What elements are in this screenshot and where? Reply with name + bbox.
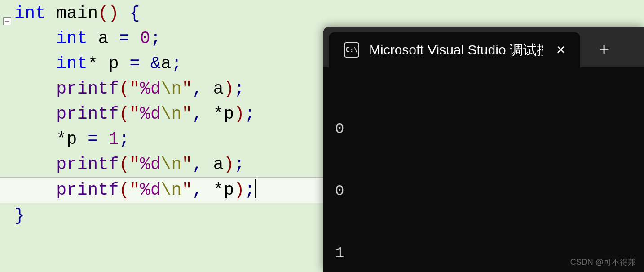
output-line: 0 xyxy=(335,181,632,201)
number: 1 xyxy=(109,129,119,149)
function-call: printf xyxy=(56,180,119,200)
paren: ( xyxy=(98,4,108,23)
function-call: printf xyxy=(56,104,119,124)
fold-gutter[interactable] xyxy=(0,1,14,26)
semicolon: ; xyxy=(150,29,161,48)
escape-seq: \n xyxy=(161,180,182,200)
cmd-icon: C:\ xyxy=(344,42,359,58)
text-cursor xyxy=(255,179,256,198)
function-name: main xyxy=(56,4,98,23)
brace: { xyxy=(129,4,140,23)
function-call: printf xyxy=(56,155,119,174)
operator: = xyxy=(129,54,140,73)
escape-seq: \n xyxy=(161,104,182,124)
identifier: a xyxy=(161,54,171,73)
watermark: CSDN @可不得兼 xyxy=(570,257,636,268)
output-line: 0 xyxy=(335,119,632,139)
terminal-tab[interactable]: C:\ Microsoft Visual Studio 调试控 ✕ xyxy=(329,32,580,67)
close-icon[interactable]: ✕ xyxy=(552,43,569,57)
brace: } xyxy=(14,206,25,225)
identifier: p xyxy=(109,54,119,73)
escape-seq: \n xyxy=(161,155,182,174)
terminal-output[interactable]: 0 0 1 1 D:\新建文件夹\VS\VS\猴子选大王\ 要在调试停止时自动关… xyxy=(323,67,644,272)
escape-seq: \n xyxy=(161,79,182,98)
titlebar[interactable]: C:\ Microsoft Visual Studio 调试控 ✕ + xyxy=(323,27,644,67)
debug-console-window[interactable]: C:\ Microsoft Visual Studio 调试控 ✕ + 0 0 … xyxy=(323,27,644,272)
keyword: int xyxy=(14,4,46,23)
paren: ) xyxy=(109,4,119,23)
format-spec: %d xyxy=(140,79,161,98)
format-spec: %d xyxy=(140,180,161,200)
format-spec: %d xyxy=(140,104,161,124)
keyword: int xyxy=(56,54,88,73)
code-content: int main() { xyxy=(14,1,644,26)
semicolon: ; xyxy=(172,54,182,73)
code-line[interactable]: int main() { xyxy=(0,1,644,26)
operator: & xyxy=(150,54,161,73)
operator: = xyxy=(119,29,129,48)
star: * xyxy=(88,54,98,73)
new-tab-button[interactable]: + xyxy=(599,40,609,59)
tab-title: Microsoft Visual Studio 调试控 xyxy=(369,41,543,59)
function-call: printf xyxy=(56,79,119,98)
number: 0 xyxy=(140,29,150,48)
keyword: int xyxy=(56,29,88,48)
identifier: a xyxy=(98,29,108,48)
fold-minus-icon[interactable] xyxy=(3,17,11,25)
format-spec: %d xyxy=(140,155,161,174)
